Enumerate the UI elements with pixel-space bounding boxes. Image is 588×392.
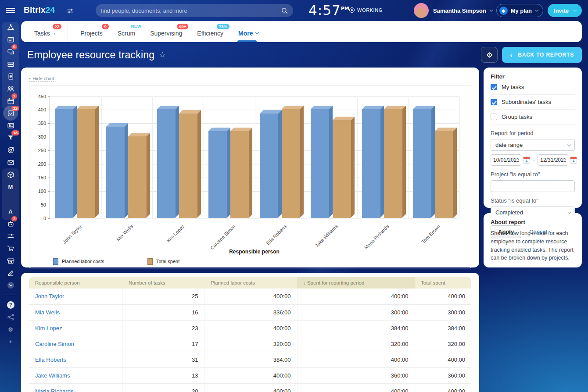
user-menu[interactable]: Samantha Simpson: [433, 7, 492, 14]
bar-planned-labor-costs-tom-brown[interactable]: [413, 109, 431, 217]
calendar-icon[interactable]: [523, 157, 530, 164]
bitrix-logo[interactable]: Bitrix24: [24, 5, 55, 15]
back-to-reports-button[interactable]: ‹BACK TO REPORTS: [502, 47, 582, 63]
date-from-input[interactable]: [491, 154, 521, 166]
sidebar-item-documents[interactable]: [0, 70, 21, 82]
sidebar-item-plus[interactable]: +: [0, 335, 21, 348]
y-axis-tick-label: 100: [38, 189, 46, 194]
plus-icon: +: [9, 339, 12, 345]
invite-button[interactable]: Invite: [548, 4, 582, 17]
user-avatar[interactable]: [414, 3, 429, 18]
bar-planned-labor-costs-jake-williams[interactable]: [311, 109, 329, 217]
tab-label: Projects: [80, 26, 103, 37]
bar-total-spent-jake-williams[interactable]: [333, 120, 351, 217]
bar-planned-labor-costs-john-taylor[interactable]: [55, 109, 73, 217]
logo-sliders-icon[interactable]: [67, 7, 73, 15]
favorite-star-icon[interactable]: ☆: [159, 50, 166, 60]
sidebar-item-mail[interactable]: [0, 156, 21, 168]
table-cell: 400:00: [415, 383, 471, 392]
about-report-panel: About report Shows how long it took for …: [484, 213, 582, 267]
bar-total-spent-maria-richards[interactable]: [384, 109, 402, 217]
table-cell: 336:00: [204, 304, 297, 320]
sidebar-item-people[interactable]: [0, 82, 21, 95]
global-search[interactable]: [96, 4, 293, 17]
working-status[interactable]: WORKING: [349, 7, 383, 13]
bar-planned-labor-costs-mia-wells[interactable]: [106, 127, 125, 218]
bar-total-spent-ella-roberts[interactable]: [282, 109, 300, 217]
hamburger-menu-icon[interactable]: [0, 0, 21, 21]
sidebar-item-cart[interactable]: [0, 242, 21, 254]
table-cell: 360:00: [415, 367, 471, 383]
sidebar-item-market[interactable]: M: [0, 181, 21, 193]
report-settings-button[interactable]: ⚙: [481, 47, 498, 63]
sidebar-item-chevron-down-circle[interactable]: [0, 279, 21, 291]
bar-planned-labor-costs-ella-roberts[interactable]: [260, 114, 278, 217]
sidebar-item-gear[interactable]: ⚙: [0, 323, 21, 335]
sidebar-item-share[interactable]: [0, 311, 21, 323]
sidebar-divider: [5, 295, 16, 295]
employee-link[interactable]: Mia Wells: [29, 304, 122, 320]
bar-planned-labor-costs-caroline-simon[interactable]: [208, 131, 227, 218]
column-header-total-spent[interactable]: Total spent: [415, 277, 471, 289]
sidebar-item-goal[interactable]: [0, 144, 21, 156]
table-cell: 25: [122, 289, 204, 304]
table-row: Maria Richards20400:00400:00400:00: [29, 383, 471, 392]
employee-link[interactable]: John Taylor: [29, 289, 122, 304]
sidebar-item-drive[interactable]: [0, 58, 21, 70]
tab-more[interactable]: More: [236, 21, 261, 42]
sidebar-item-settings-sliders[interactable]: [0, 230, 21, 242]
sidebar-item-funnel[interactable]: 18: [0, 132, 21, 144]
checkbox-icon[interactable]: [491, 99, 497, 105]
employee-link[interactable]: Kim Lopez: [29, 320, 122, 336]
search-input[interactable]: [101, 7, 281, 14]
date-range-separator: ··: [532, 157, 536, 163]
tab-scrum[interactable]: ScrumNEW: [115, 21, 138, 42]
tab-tasks[interactable]: Tasks22›: [32, 21, 58, 42]
tab-projects[interactable]: Projects9: [78, 21, 105, 42]
bar-planned-labor-costs-kim-lopez[interactable]: [157, 109, 176, 217]
checkbox-subordinates-tasks[interactable]: Subordinates' tasks: [491, 95, 575, 110]
sidebar-item-letter-a[interactable]: A: [0, 205, 21, 217]
checkbox-my-tasks[interactable]: My tasks: [491, 80, 575, 95]
legend-item: Planned labor costs: [53, 258, 147, 265]
column-header-spent-for-reporting-period[interactable]: ↓ Spent for reporting period: [297, 277, 415, 289]
checkbox-icon[interactable]: [491, 114, 497, 120]
tab-efficiency[interactable]: Efficiency78%: [194, 21, 226, 42]
sidebar-item-crm-card[interactable]: [0, 119, 21, 132]
employee-link[interactable]: Jake Williams: [29, 367, 122, 383]
sidebar-item-store[interactable]: [0, 254, 21, 267]
tab-supervising[interactable]: Supervising99+: [147, 21, 185, 42]
sidebar-item-chat[interactable]: 5: [0, 46, 21, 58]
column-header-planned-labor-costs[interactable]: Planned labor costs: [204, 277, 297, 289]
sidebar-item-newsfeed[interactable]: [0, 33, 21, 46]
bar-planned-labor-costs-maria-richards[interactable]: [362, 109, 380, 217]
column-header-responsible-person[interactable]: Responsible person: [29, 277, 122, 289]
sidebar-item-network[interactable]: [0, 21, 21, 33]
y-axis-tick-label: 400: [38, 107, 46, 112]
sidebar-item-tasks[interactable]: 22: [0, 107, 21, 119]
project-input[interactable]: [491, 180, 575, 192]
employee-link[interactable]: Caroline Simon: [29, 336, 122, 352]
period-select[interactable]: date range: [491, 139, 575, 151]
calendar-icon[interactable]: [570, 157, 577, 164]
bar-total-spent-mia-wells[interactable]: [128, 136, 147, 217]
checkbox-group-tasks[interactable]: Group tasks: [491, 110, 575, 125]
bar-total-spent-tom-brown[interactable]: [435, 131, 453, 218]
bar-total-spent-john-taylor[interactable]: [77, 109, 95, 217]
hide-chart-link[interactable]: ▴Hide chart: [29, 76, 54, 82]
sidebar-item-help[interactable]: ?: [0, 299, 21, 311]
date-to-input[interactable]: [538, 154, 568, 166]
bar-total-spent-caroline-simon[interactable]: [230, 131, 249, 218]
sidebar-item-calendar[interactable]: 1: [0, 95, 21, 107]
sidebar-item-box[interactable]: [0, 168, 21, 181]
sidebar-item-copilot[interactable]: 2: [0, 217, 21, 230]
clock[interactable]: 4:57PM: [308, 2, 349, 18]
employee-link[interactable]: Ella Roberts: [29, 352, 122, 367]
my-plan-button[interactable]: ◆My plan: [496, 4, 543, 17]
bar-total-spent-kim-lopez[interactable]: [179, 114, 197, 217]
sidebar-item-sign[interactable]: [0, 267, 21, 279]
column-header-number-of-tasks[interactable]: Number of tasks: [122, 277, 204, 289]
sidebar-item-code[interactable]: [0, 193, 21, 205]
employee-link[interactable]: Maria Richards: [29, 383, 122, 392]
checkbox-icon[interactable]: [491, 84, 497, 90]
